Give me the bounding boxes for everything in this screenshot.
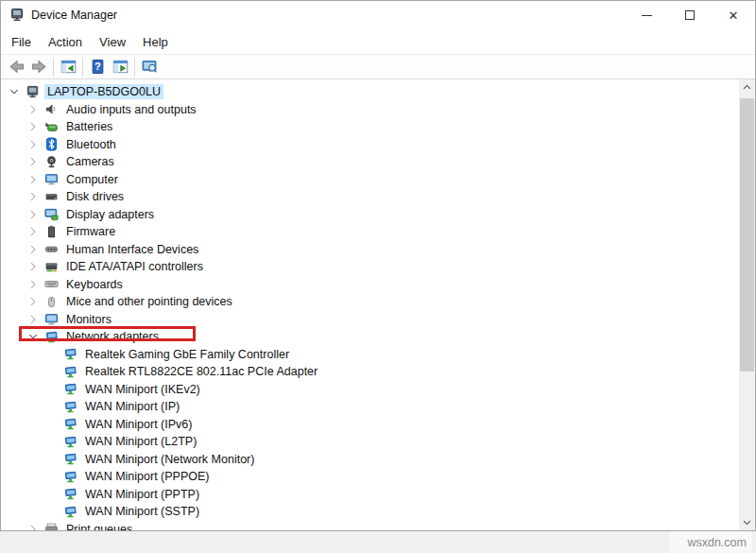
monitor-scan-icon [142, 59, 158, 75]
tree-item[interactable]: WAN Miniport (IKEv2) [1, 381, 739, 399]
tree-item[interactable]: Disk drives [1, 188, 739, 206]
tree-item[interactable]: WAN Miniport (IP) [1, 398, 739, 416]
show-console-tree-button[interactable] [57, 56, 79, 78]
tree-item-label[interactable]: WAN Miniport (PPPOE) [82, 469, 213, 484]
tree-item[interactable]: IDE ATA/ATAPI controllers [1, 258, 739, 276]
chevron-right-icon[interactable] [27, 244, 39, 255]
ide-icon [44, 260, 59, 274]
tree-item[interactable]: WAN Miniport (IPv6) [1, 416, 739, 434]
tree-item-label[interactable]: Mice and other pointing devices [63, 294, 235, 309]
tree-item-label[interactable]: WAN Miniport (IKEv2) [82, 382, 203, 397]
chevron-right-icon[interactable] [27, 524, 39, 530]
scroll-down-button[interactable] [739, 514, 755, 530]
tree-item-label[interactable]: Bluetooth [63, 137, 119, 152]
tree-item-label[interactable]: WAN Miniport (SSTP) [82, 504, 202, 519]
scan-for-hardware-changes-button[interactable] [138, 56, 161, 78]
disk-icon [44, 190, 59, 204]
network-icon [63, 470, 77, 484]
forward-button[interactable] [27, 56, 50, 78]
vertical-scrollbar[interactable] [739, 79, 755, 530]
tree-item-label[interactable]: Realtek RTL8822CE 802.11ac PCIe Adapter [82, 364, 320, 379]
chevron-down-icon[interactable] [9, 86, 20, 97]
help-button[interactable]: ? [86, 56, 109, 78]
tree-item-label[interactable]: WAN Miniport (PPTP) [82, 487, 202, 502]
tree-item[interactable]: WAN Miniport (SSTP) [1, 503, 739, 521]
tree-item[interactable]: Bluetooth [1, 136, 739, 154]
tree-item-label[interactable]: Realtek Gaming GbE Family Controller [82, 347, 292, 362]
tree-item-label[interactable]: Keyboards [63, 277, 126, 292]
tree-item[interactable]: LAPTOP-B5DGO0LU [1, 83, 739, 101]
chevron-right-icon[interactable] [27, 226, 39, 237]
chevron-right-icon[interactable] [27, 104, 39, 115]
network-icon [63, 400, 77, 414]
tree-item[interactable]: WAN Miniport (Network Monitor) [1, 451, 739, 469]
minimize-button[interactable] [625, 1, 668, 29]
tree-item[interactable]: Network adapters [1, 328, 739, 346]
tree-item[interactable]: Batteries [1, 118, 739, 136]
arrow-right-icon [31, 59, 47, 75]
chevron-right-icon[interactable] [27, 156, 39, 167]
menu-action[interactable]: Action [40, 32, 91, 52]
tree-item[interactable]: Display adapters [1, 206, 739, 224]
chevron-right-icon[interactable] [27, 191, 39, 202]
tree-item-label[interactable]: Monitors [63, 312, 114, 327]
tree-item[interactable]: Computer [1, 171, 739, 189]
chevron-right-icon[interactable] [27, 139, 39, 150]
tree-item-label[interactable]: Batteries [63, 119, 115, 134]
chevron-right-icon[interactable] [27, 279, 39, 290]
tree-item-label[interactable]: Display adapters [63, 207, 157, 222]
chevron-right-icon [27, 296, 39, 307]
tree-item[interactable]: Realtek Gaming GbE Family Controller [1, 346, 739, 364]
maximize-button[interactable] [668, 1, 712, 29]
menu-view[interactable]: View [91, 32, 134, 52]
tree-item-label[interactable]: LAPTOP-B5DGO0LU [44, 84, 163, 99]
tree-item[interactable]: Audio inputs and outputs [1, 101, 739, 119]
tree-item[interactable]: Mice and other pointing devices [1, 293, 739, 311]
svg-text:?: ? [94, 60, 101, 72]
tree-item-label[interactable]: Computer [63, 172, 121, 187]
properties-button[interactable] [109, 56, 131, 78]
tree-item-label[interactable]: WAN Miniport (IPv6) [82, 417, 195, 432]
tree-item[interactable]: Firmware [1, 223, 739, 241]
tree-item-label[interactable]: Network adapters [63, 329, 162, 344]
caret-spacer [46, 366, 58, 377]
menu-help[interactable]: Help [134, 32, 177, 52]
tree-item-label[interactable]: Cameras [63, 154, 117, 169]
tree-item-label[interactable]: Disk drives [63, 189, 127, 204]
tree-item-label[interactable]: Audio inputs and outputs [63, 102, 199, 117]
tree-item-label[interactable]: Print queues [63, 522, 135, 530]
chevron-down-icon[interactable] [27, 331, 39, 342]
tree-item[interactable]: Monitors [1, 311, 739, 329]
tree-item[interactable]: Cameras [1, 153, 739, 171]
tree-item[interactable]: Human Interface Devices [1, 241, 739, 259]
tree-item-label[interactable]: WAN Miniport (Network Monitor) [82, 452, 257, 467]
chevron-right-icon[interactable] [27, 296, 39, 307]
tree-item-label[interactable]: Human Interface Devices [63, 242, 201, 257]
tree-item[interactable]: Print queues [1, 521, 739, 531]
tree-item-label[interactable]: WAN Miniport (L2TP) [82, 434, 199, 449]
tree-item[interactable]: WAN Miniport (L2TP) [1, 433, 739, 451]
scroll-up-button[interactable] [739, 79, 755, 95]
close-button[interactable]: ✕ [712, 1, 755, 29]
tree-item[interactable]: WAN Miniport (PPPOE) [1, 468, 739, 486]
tree-item-label[interactable]: Firmware [63, 224, 118, 239]
monitor-icon [44, 172, 59, 186]
tree-item[interactable]: Keyboards [1, 276, 739, 294]
chevron-right-icon[interactable] [27, 121, 39, 132]
chevron-right-icon[interactable] [27, 261, 39, 272]
chevron-right-icon[interactable] [27, 209, 39, 220]
network-icon [63, 382, 77, 396]
tree-item-label[interactable]: IDE ATA/ATAPI controllers [63, 259, 206, 274]
menu-file[interactable]: File [3, 32, 40, 52]
chevron-right-icon [27, 314, 39, 325]
tree-item[interactable]: Realtek RTL8822CE 802.11ac PCIe Adapter [1, 363, 739, 381]
tree-item[interactable]: WAN Miniport (PPTP) [1, 486, 739, 504]
network-icon [44, 330, 59, 344]
tree-item-label[interactable]: WAN Miniport (IP) [82, 399, 182, 414]
window-tree-icon [60, 59, 77, 75]
chevron-right-icon[interactable] [27, 174, 39, 185]
chevron-right-icon[interactable] [27, 314, 39, 325]
back-button[interactable] [5, 56, 27, 78]
scrollbar-thumb[interactable] [740, 98, 754, 372]
help-icon: ? [90, 59, 106, 75]
